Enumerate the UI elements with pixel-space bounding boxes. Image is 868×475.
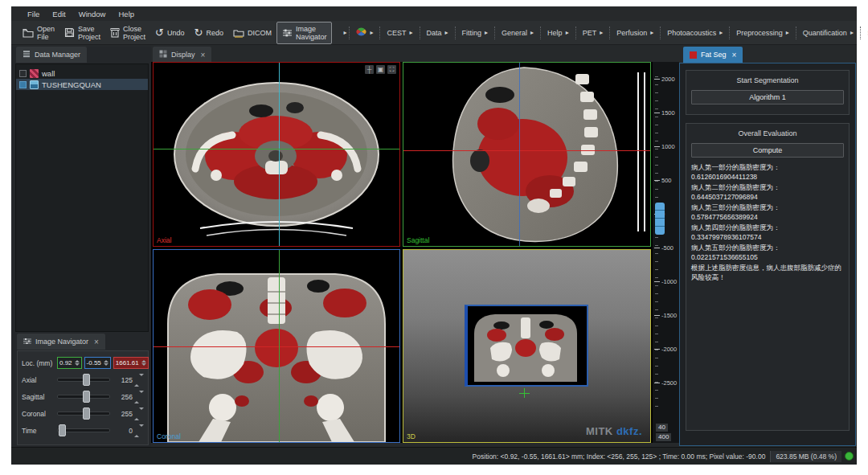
lw-tick-m1500: -1500 — [654, 312, 677, 319]
toolbar-menu-perfusion[interactable]: Perfusion▸ — [612, 27, 657, 39]
toolbar-menu-photoacoustics[interactable]: Photoacoustics▸ — [663, 27, 727, 39]
layout-menu-icon[interactable]: ▣ — [376, 65, 385, 74]
sagittal-slider[interactable] — [57, 395, 110, 399]
sagittal-slider-value: 256 — [115, 393, 133, 401]
toolbar-menu-fitting[interactable]: Fitting▸ — [458, 27, 493, 39]
open-folder-icon — [23, 28, 34, 38]
level-value[interactable]: 40 — [656, 424, 668, 432]
evaluation-results: 病人第一部分的脂肪密度为：0.6126016904411238 病人第二部分的脂… — [691, 162, 844, 282]
menu-window[interactable]: Window — [79, 10, 106, 18]
axial-viewport[interactable]: ┼ ▣ ⛶ Axial — [153, 62, 400, 247]
axial-slider-row: Axial 125 — [22, 371, 144, 388]
wall-visibility-checkbox[interactable] — [19, 70, 27, 77]
display-close-icon[interactable]: × — [201, 51, 206, 59]
algorithm1-button[interactable]: Algorithm 1 — [691, 90, 844, 104]
display-tab-label: Display — [171, 51, 195, 59]
save-project-button[interactable]: Save Project — [59, 23, 105, 43]
threed-viewport[interactable]: MITK dkfz. 3D — [403, 249, 651, 443]
tree-row-tushengquan[interactable]: TUSHENGQUAN — [16, 79, 148, 90]
result-line-1: 病人第一部分的脂肪密度为：0.6126016904411238 — [691, 162, 844, 182]
color-views-menu[interactable]: ▸ — [352, 25, 377, 40]
redo-button[interactable]: ↻ Redo — [189, 27, 227, 39]
coronal-crosshair-horizontal[interactable] — [154, 346, 399, 347]
axial-view-label: Axial — [157, 236, 171, 244]
image-navigator-button[interactable]: Image Navigator — [276, 22, 333, 44]
close-project-button[interactable]: Close Project — [105, 23, 150, 43]
result-conclusion: 根据上述脂肪密度信息，病人患腹部脂肪减少症的风险较高！ — [691, 263, 844, 282]
tab-fat-seg[interactable]: Fat Seg × — [683, 47, 743, 63]
loc-y-spinbox[interactable]: -0.55 — [84, 357, 111, 369]
status-bar: Position: <0.92, -0.55, 1661.61> mm; Ind… — [11, 447, 857, 465]
coronal-slider[interactable] — [57, 412, 110, 416]
toolbar-menu-segmentation[interactable]: Segmentation▸ — [863, 27, 868, 39]
open-file-button[interactable]: Open File — [18, 23, 59, 43]
time-slider-handle[interactable] — [59, 424, 66, 436]
general-arrow-icon: ▸ — [530, 30, 534, 36]
threed-crosshair-horizontal — [519, 393, 530, 394]
axial-crosshair-horizontal[interactable] — [154, 149, 399, 149]
undo-button[interactable]: ↺ Undo — [150, 27, 189, 39]
toolbar-menu-help[interactable]: Help▸ — [543, 27, 573, 39]
loc-x-spinbox[interactable]: 0.92 — [57, 357, 82, 369]
dicom-button[interactable]: DICOM — [228, 26, 276, 40]
wall-node-label: wall — [42, 69, 55, 78]
menu-help[interactable]: Help — [118, 10, 134, 18]
tushengquan-visibility-checkbox[interactable] — [19, 81, 27, 88]
fat-seg-close-icon[interactable]: × — [732, 51, 737, 59]
tushengquan-node-label: TUSHENGQUAN — [42, 80, 101, 89]
window-value[interactable]: 400 — [656, 433, 671, 441]
lw-tick-1500: 1500 — [654, 109, 675, 117]
axial-slider[interactable] — [57, 378, 110, 382]
tab-image-navigator[interactable]: Image Navigator × — [17, 334, 105, 350]
time-slider[interactable] — [57, 428, 110, 432]
level-window-handle[interactable] — [655, 203, 665, 235]
axial-slider-value: 125 — [115, 376, 133, 384]
coronal-crosshair-vertical[interactable] — [279, 250, 280, 442]
sagittal-crosshair-horizontal[interactable] — [403, 150, 650, 151]
toolbar-menu-general[interactable]: General▸ — [497, 27, 538, 39]
result-line-2: 病人第二部分的脂肪密度为：0.6445037127096894 — [691, 182, 844, 202]
sagittal-slider-handle[interactable] — [83, 391, 90, 403]
threed-slice-image — [468, 306, 583, 382]
toolbar-menu-quantification[interactable]: Quantification▸ — [799, 27, 858, 39]
loc-z-spinbox[interactable]: 1661.61 — [113, 357, 149, 369]
menu-file[interactable]: File — [27, 10, 39, 18]
sliders-icon — [282, 28, 293, 38]
sagittal-viewport[interactable]: Sagittal — [403, 62, 651, 247]
mitk-dkfz-logo: MITK dkfz. — [586, 425, 642, 437]
threed-slice-plane[interactable] — [465, 305, 588, 387]
toolbar-menu-pet[interactable]: PET▸ — [579, 27, 608, 39]
tab-display[interactable]: Display × — [153, 47, 211, 63]
crosshair-toggle-icon[interactable]: ┼ — [365, 65, 374, 74]
axial-slider-handle[interactable] — [83, 374, 90, 386]
dicom-folder-icon — [233, 28, 244, 38]
sagittal-view-label: Sagittal — [407, 236, 429, 244]
toolbar-menu-data[interactable]: Data▸ — [423, 27, 452, 39]
time-spin-arrows[interactable] — [134, 427, 144, 435]
toolbar-menu-preprocessing[interactable]: Preprocessing▸ — [732, 27, 793, 39]
time-slider-value: 0 — [115, 427, 133, 435]
axial-crosshair-vertical[interactable] — [279, 63, 280, 246]
tree-row-wall[interactable]: wall — [16, 68, 148, 79]
coronal-slider-handle[interactable] — [83, 407, 90, 420]
result-line-4: 病人第四部分的脂肪密度为：0.33479978936107574 — [691, 223, 844, 242]
image-navigator-close-icon[interactable]: × — [94, 338, 99, 346]
fat-seg-view: Start Segmentation Algorithm 1 Overall E… — [679, 63, 856, 446]
sagittal-spin-arrows[interactable] — [134, 393, 144, 401]
sagittal-crosshair-vertical[interactable] — [519, 63, 520, 246]
quantification-arrow-icon: ▸ — [850, 30, 854, 36]
axial-spin-arrows[interactable] — [134, 376, 144, 384]
tab-data-manager[interactable]: Data Manager — [16, 47, 87, 63]
undo-icon: ↺ — [155, 29, 164, 37]
compute-button[interactable]: Compute — [691, 143, 844, 158]
coronal-viewport[interactable]: Coronal — [153, 249, 400, 443]
sagittal-slider-row: Sagittal 256 — [22, 388, 144, 405]
menu-edit[interactable]: Edit — [52, 10, 65, 18]
cursor-position-status: Position: <0.92, -0.55, 1661.61> mm; Ind… — [473, 452, 766, 461]
location-row: Loc. (mm) 0.92 -0.55 1661.61 — [22, 354, 144, 371]
coronal-spin-arrows[interactable] — [134, 410, 144, 418]
toolbar-extension-arrow[interactable]: ▸ — [343, 30, 346, 36]
fullscreen-icon[interactable]: ⛶ — [387, 65, 396, 74]
memory-status-indicator — [845, 452, 854, 461]
toolbar-menu-cest[interactable]: CEST▸ — [383, 27, 416, 39]
